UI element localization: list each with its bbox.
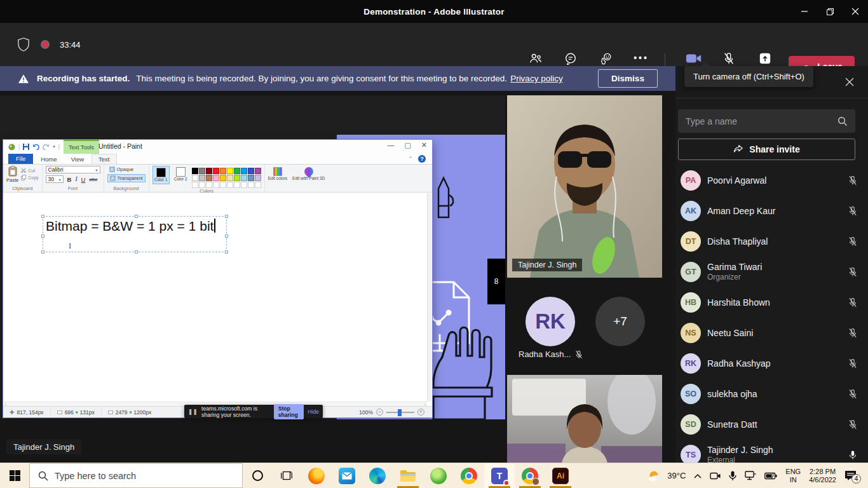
palette-swatch[interactable] [220,182,226,188]
palette-swatch[interactable] [199,175,205,181]
tray-chevron-icon[interactable] [694,473,702,478]
paint-tab-view[interactable]: View [65,154,90,164]
participant-row[interactable]: RK Radha Kashyap [675,348,868,379]
tray-display-icon[interactable] [745,471,756,480]
participant-row[interactable]: HB Harshita Bhown [675,287,868,318]
paint-vertical-scrollbar[interactable] [427,193,431,402]
paint-close-icon[interactable]: ✕ [421,141,427,149]
paint-tab-home[interactable]: Home [34,154,63,164]
zoom-slider-thumb[interactable] [398,409,402,416]
taskbar-coreldraw[interactable] [423,463,454,488]
cortana-button[interactable] [243,463,272,488]
selection-handle[interactable] [135,215,138,218]
palette-swatch[interactable] [192,168,198,174]
minimize-icon[interactable] [792,0,817,23]
copy-button[interactable]: Copy [21,175,38,180]
palette-swatch[interactable] [199,168,205,174]
palette-swatch[interactable] [199,182,205,188]
palette-swatch[interactable] [241,175,247,181]
participant-row[interactable]: SD Sunetra Datt [675,409,868,440]
taskbar-firefox[interactable] [301,463,332,488]
participant-row[interactable]: NS Neetu Saini [675,318,868,348]
paste-button[interactable]: Paste [6,166,18,183]
bold-button[interactable]: B [67,176,72,183]
taskbar-chrome[interactable] [454,463,484,488]
taskbar-mail[interactable] [332,463,362,488]
paint-maximize-icon[interactable]: ▢ [404,141,410,149]
save-icon[interactable] [23,144,29,150]
selection-handle[interactable] [225,250,228,254]
video-tile-self[interactable] [507,375,662,463]
opaque-option[interactable]: AOpaque [107,166,136,173]
taskbar-file-explorer[interactable] [393,463,423,488]
qat-dropdown-icon[interactable]: ▾ [53,144,55,149]
paint-tab-file[interactable]: File [8,153,33,164]
font-size-select[interactable]: 30▾ [46,175,64,183]
selection-handle[interactable] [225,234,228,238]
participant-search-input[interactable] [686,116,837,126]
palette-swatch[interactable] [192,175,198,181]
tray-mic-icon[interactable] [729,471,736,481]
selection-handle[interactable] [41,215,44,218]
privacy-policy-link[interactable]: Privacy policy [510,74,563,83]
paint-help-icon[interactable]: ? [418,155,426,163]
participant-row[interactable]: PA Poorvi Agarwal [675,165,868,196]
stop-sharing-button[interactable]: Stop sharing [274,404,304,419]
palette-swatch[interactable] [206,168,212,174]
overflow-participants-tile[interactable]: +7 [595,297,645,346]
participant-row[interactable]: SO sulekha ojha [675,379,868,409]
taskbar-teams[interactable]: T [484,463,515,488]
edit-colors-button[interactable]: Edit colors [268,166,287,181]
palette-swatch[interactable] [255,182,261,188]
clock[interactable]: 2:28 PM 4/6/2022 [809,468,836,484]
language-indicator[interactable]: ENG IN [785,468,801,484]
canvas-text[interactable]: Bitmap = B&W = 1 px = 1 bit [46,219,214,233]
dismiss-button[interactable]: Dismiss [598,69,658,88]
palette-swatch[interactable] [192,182,198,188]
cut-button[interactable]: Cut [21,168,38,173]
paint-tab-text[interactable]: Text [92,154,116,164]
palette-swatch[interactable] [255,168,261,174]
start-button[interactable] [0,463,29,488]
hide-share-bar-button[interactable]: Hide [308,409,319,415]
selection-handle[interactable] [41,250,44,254]
panel-close-icon[interactable] [845,78,854,86]
palette-swatch[interactable] [248,168,254,174]
selection-handle[interactable] [135,250,138,254]
palette-swatch[interactable] [213,168,219,174]
palette-swatch[interactable] [248,182,254,188]
palette-swatch[interactable] [234,175,240,181]
restore-icon[interactable] [817,0,843,23]
undo-icon[interactable] [32,144,39,150]
palette-swatch[interactable] [227,175,233,181]
participant-search[interactable] [678,109,855,133]
palette-swatch[interactable] [206,175,212,181]
participant-row[interactable]: AK Aman Deep Kaur [675,196,868,226]
ribbon-collapse-icon[interactable]: ⌃ [408,156,413,162]
zoom-slider[interactable] [386,412,414,413]
taskbar-chrome-profile[interactable] [515,463,545,488]
palette-swatch[interactable] [234,168,240,174]
underline-button[interactable]: U [81,176,86,183]
selection-handle[interactable] [41,234,44,238]
participant-row[interactable]: DT Disha Thapliyal [675,226,868,257]
zoom-in-icon[interactable]: + [417,409,424,416]
zoom-out-icon[interactable]: − [376,409,383,416]
palette-swatch[interactable] [227,182,233,188]
palette-swatch[interactable] [213,175,219,181]
avatar-tile-rk[interactable]: RK [526,297,575,346]
close-icon[interactable] [843,0,868,23]
strikethrough-button[interactable]: abc [89,177,97,182]
tray-battery-icon[interactable] [764,472,777,480]
taskbar-edge[interactable] [362,463,393,488]
palette-swatch[interactable] [220,168,226,174]
palette-swatch[interactable] [213,182,219,188]
tray-camera-icon[interactable] [710,471,721,480]
paint-minimize-icon[interactable]: — [387,141,394,149]
font-family-select[interactable]: Calibri▾ [46,166,100,173]
selection-handle[interactable] [225,215,228,218]
redo-icon[interactable] [43,144,50,150]
palette-swatch[interactable] [248,175,254,181]
palette-swatch[interactable] [241,168,247,174]
notification-center-button[interactable]: 4 [844,470,857,481]
